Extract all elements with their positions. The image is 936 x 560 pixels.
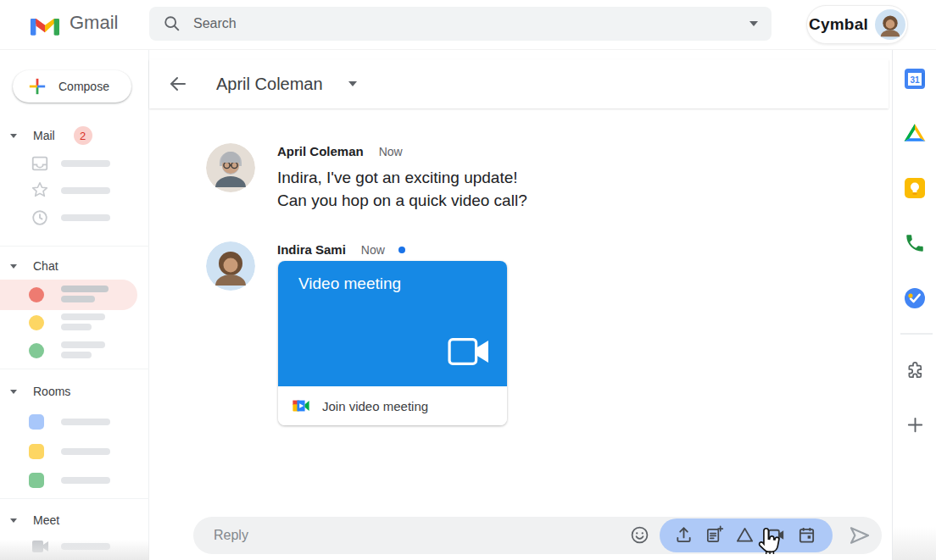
skeleton-bar <box>61 187 110 194</box>
phone-call-icon[interactable] <box>904 232 926 254</box>
message-timestamp: Now <box>379 145 403 158</box>
left-sidebar: Compose Mail 2 Chat Rooms <box>0 50 149 560</box>
meet-section-label: Meet <box>33 513 59 527</box>
inbox-icon[interactable] <box>31 154 49 176</box>
star-icon[interactable] <box>31 180 49 202</box>
search-input[interactable] <box>193 16 749 31</box>
join-video-meeting-button[interactable]: Join video meeting <box>278 386 507 425</box>
chat-contact-avatar[interactable] <box>29 315 44 330</box>
mail-unread-badge: 2 <box>74 126 92 145</box>
compose-plus-icon <box>28 77 47 96</box>
search-bar[interactable] <box>149 7 772 41</box>
message-meta: April Coleman Now <box>277 144 403 158</box>
search-options-caret-icon[interactable] <box>749 21 758 26</box>
message-sender: April Coleman <box>277 144 364 158</box>
skeleton-bar <box>61 286 109 292</box>
unread-dot <box>398 247 405 253</box>
room-avatar[interactable] <box>29 444 44 459</box>
add-note-icon[interactable] <box>705 525 724 545</box>
google-drive-icon[interactable] <box>904 123 926 142</box>
sender-avatar <box>206 143 255 192</box>
conversation-options-caret-icon[interactable] <box>348 81 357 86</box>
chat-panel: April Coleman April Coleman Now Indira, … <box>149 50 892 560</box>
conversation-title: April Coleman <box>216 75 323 94</box>
skeleton-bar <box>61 214 110 221</box>
clock-icon[interactable] <box>31 208 49 230</box>
send-icon[interactable] <box>847 523 872 548</box>
rail-fade <box>893 526 936 560</box>
video-meeting-banner[interactable]: Video meeting <box>278 261 507 386</box>
divider <box>0 498 149 499</box>
skeleton-bar <box>61 419 110 425</box>
app-title: Gmail <box>70 12 118 34</box>
video-call-icon[interactable] <box>766 525 786 545</box>
emoji-icon[interactable] <box>630 525 649 545</box>
chevron-down-icon[interactable] <box>10 390 17 394</box>
chat-section-label: Chat <box>33 259 58 273</box>
skeleton-bar <box>61 448 110 455</box>
back-arrow-icon[interactable] <box>168 74 188 94</box>
search-icon <box>163 14 181 33</box>
gmail-logo-icon <box>31 14 59 39</box>
top-bar: Gmail Cymbal <box>0 0 936 50</box>
message-meta: Indira Sami Now <box>277 242 405 257</box>
chevron-down-icon[interactable] <box>10 518 17 523</box>
skeleton-bar <box>61 313 105 320</box>
google-tasks-icon[interactable] <box>904 287 926 309</box>
video-card-title: Video meeting <box>298 274 401 293</box>
sidebar-section-rooms[interactable]: Rooms <box>0 383 149 400</box>
sidebar-section-meet[interactable]: Meet <box>0 512 149 529</box>
message-text: Indira, I've got an exciting update! Can… <box>277 166 527 212</box>
sidebar-section-chat[interactable]: Chat <box>0 258 149 274</box>
account-pill[interactable]: Cymbal <box>806 5 908 44</box>
skeleton-bar <box>61 477 110 484</box>
sidebar-section-mail[interactable]: Mail 2 <box>0 127 149 144</box>
divider <box>0 246 149 247</box>
chat-selected-row[interactable] <box>0 280 137 310</box>
join-video-meeting-label: Join video meeting <box>322 399 428 413</box>
google-calendar-icon[interactable]: 31 <box>904 68 926 90</box>
google-meet-icon <box>292 396 310 415</box>
video-meeting-card[interactable]: Video meeting Join video meeting <box>278 261 507 425</box>
compose-button[interactable]: Compose <box>13 70 131 103</box>
right-app-rail: 31 <box>892 50 936 560</box>
drive-icon[interactable] <box>735 525 755 545</box>
chat-contact-avatar[interactable] <box>29 287 44 302</box>
divider <box>0 369 149 369</box>
mail-section-label: Mail <box>33 129 55 142</box>
svg-text:31: 31 <box>910 75 920 85</box>
room-avatar[interactable] <box>29 414 44 430</box>
calendar-icon[interactable] <box>797 525 816 545</box>
video-camera-icon <box>446 334 492 373</box>
room-avatar[interactable] <box>29 473 44 488</box>
message-sender: Indira Sami <box>277 242 346 257</box>
message-line: Indira, I've got an exciting update! <box>277 166 527 189</box>
message-line: Can you hop on a quick video call? <box>277 189 527 212</box>
skeleton-bar <box>61 296 95 302</box>
skeleton-bar <box>61 341 105 348</box>
google-keep-icon[interactable] <box>904 177 926 199</box>
rooms-section-label: Rooms <box>33 385 70 398</box>
user-avatar[interactable] <box>875 9 905 40</box>
reply-input[interactable] <box>214 517 570 554</box>
divider <box>900 333 933 335</box>
sender-avatar <box>206 241 255 291</box>
brand-logo: Cymbal <box>809 15 868 34</box>
skeleton-bar <box>61 543 110 550</box>
conversation-header: April Coleman <box>149 59 889 108</box>
chevron-down-icon[interactable] <box>10 134 17 138</box>
video-camera-icon[interactable] <box>31 538 51 558</box>
chat-contact-avatar[interactable] <box>29 343 44 358</box>
skeleton-bar <box>61 352 92 358</box>
compose-label: Compose <box>58 80 109 93</box>
upload-icon[interactable] <box>674 525 694 545</box>
add-panel-plus-icon[interactable] <box>905 415 925 435</box>
skeleton-bar <box>61 324 92 330</box>
skeleton-bar <box>61 160 110 167</box>
addons-puzzle-icon[interactable] <box>905 360 926 381</box>
message-timestamp: Now <box>361 243 385 257</box>
chevron-down-icon[interactable] <box>10 264 17 269</box>
